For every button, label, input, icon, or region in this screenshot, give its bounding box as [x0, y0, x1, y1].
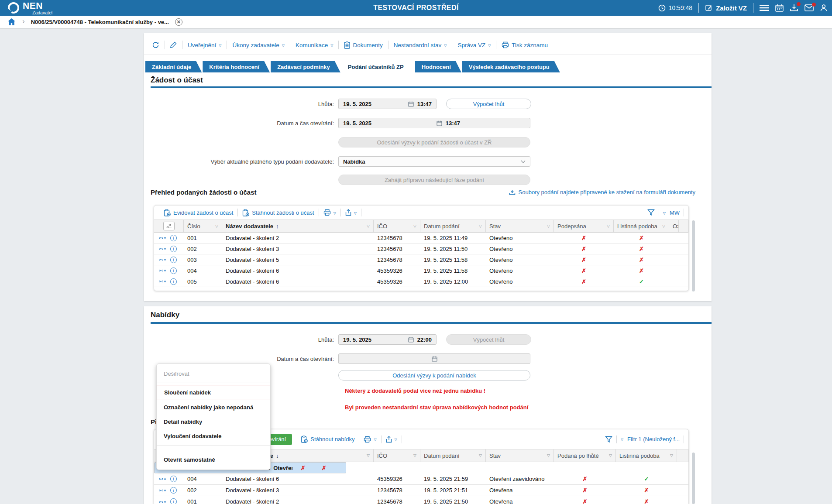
table-scrollbar[interactable] [692, 220, 695, 291]
calendar-small-icon[interactable] [432, 356, 437, 362]
filter-caret-icon[interactable]: ▽ [670, 453, 673, 458]
odeslani-vyzvy-nabidek-button[interactable]: Odeslání výzvy k podání nabídek [338, 370, 530, 381]
table-row[interactable]: i003Dodavatel - školení 51234567819. 5. … [154, 254, 688, 265]
row-menu-button[interactable] [158, 236, 167, 240]
filter-caret-icon[interactable]: ▽ [607, 224, 610, 228]
saved-filter-name[interactable]: Filtr 1 (Neuložený f... [627, 436, 680, 442]
menu-item-slou-en-nab-dek[interactable]: Sloučení nabídek [157, 385, 270, 400]
lhuta-input[interactable]: 19. 5. 2025 22:00 [338, 334, 437, 345]
table-row[interactable]: i004Dodavatel - školení 64535932619. 5. … [154, 265, 688, 276]
filter-caret-icon[interactable]: ▽ [479, 224, 482, 228]
filter-caret-icon[interactable]: ▽ [413, 224, 416, 228]
toolbar-item-tisk-z-znamu[interactable]: Tisk záznamu [496, 41, 553, 48]
table-action-st-hnout-nab-dky[interactable]: Stáhnout nabídky [296, 435, 359, 443]
menu-item-otev-t-samostatn-[interactable]: Otevřít samostatně [157, 453, 270, 467]
toolbar-item-nestandardn-stav[interactable]: Nestandardní stav▽ [388, 42, 452, 48]
menu-item-ozna-en-nab-dky-jako-nepodan-[interactable]: Označení nabídky jako nepodaná [157, 400, 270, 415]
table-action[interactable]: ▽ [382, 436, 402, 443]
info-icon[interactable]: i [170, 476, 177, 482]
tab-z-kladn-daje[interactable]: Základní údaje [145, 61, 202, 72]
user-button[interactable] [820, 4, 828, 12]
tab-pod-n-astn-k-zp[interactable]: Podání účastníků ZP [341, 61, 414, 72]
tab-hodnocen-[interactable]: Hodnocení [415, 61, 461, 72]
table-row[interactable]: i004Dodavatel - školení 64535932619. 5. … [154, 473, 688, 485]
info-icon[interactable]: i [170, 278, 177, 285]
soubory-podani-link[interactable]: Soubory podání najdete připravené ke sta… [509, 189, 695, 195]
column-header-listinn-podoba[interactable]: Listinná podoba▽ [614, 220, 669, 232]
column-header-listinn-podoba[interactable]: Listinná podoba▽ [616, 449, 677, 462]
typ-podani-select[interactable]: Nabídka [338, 156, 530, 167]
tab-zad-vac-podm-nky[interactable]: Zadávací podmínky [271, 61, 340, 72]
column-header-datum-pod-n-[interactable]: Datum podání▽ [420, 220, 486, 232]
oteviranie-input[interactable]: 19. 5. 2025 13:47 [338, 118, 530, 128]
table-row[interactable]: i002Dodavatel - školení 31234567819. 5. … [154, 485, 688, 496]
row-menu-button[interactable] [158, 500, 167, 504]
table-action[interactable]: ▽ [319, 209, 340, 216]
toolbar-item-uve-ejn-n-[interactable]: Uveřejnění▽ [182, 42, 227, 48]
filter-caret-icon[interactable]: ▽ [547, 224, 550, 228]
info-icon[interactable]: i [170, 235, 177, 241]
calendar-small-icon[interactable] [408, 101, 414, 107]
toolbar-item-dokumenty[interactable]: Dokumenty [339, 41, 388, 49]
table-scrollbar[interactable] [692, 453, 695, 504]
menu-item-detail-nab-dky[interactable]: Detail nabídky [157, 415, 270, 429]
table-row[interactable]: i001Dodavatel - školení 21234567819. 5. … [154, 496, 688, 504]
table-row[interactable]: i005Dodavatel - školení 64535932619. 5. … [154, 276, 688, 287]
column-header-i-o[interactable]: IČO▽ [374, 449, 420, 462]
calendar-small-icon[interactable] [437, 120, 442, 126]
lhuta-input[interactable]: 19. 5. 2025 13:47 [338, 99, 437, 109]
breadcrumb-item[interactable]: N006/25/V00004748 - Telekomunikační služ… [31, 19, 169, 25]
create-vz-button[interactable]: Založit VZ [705, 4, 747, 12]
table-row[interactable]: i002Dodavatel - školení 31234567819. 5. … [154, 243, 688, 254]
downloads-button[interactable] [790, 4, 798, 12]
table-row[interactable]: i001Dodavatel - školení 21234567819. 5. … [154, 233, 688, 243]
calendar-button[interactable] [775, 4, 784, 12]
row-menu-button[interactable] [158, 247, 167, 250]
info-icon[interactable]: i [170, 257, 177, 263]
saved-filter-name[interactable]: MW [670, 209, 680, 216]
menu-button[interactable] [760, 4, 769, 11]
tab-krit-ria-hodnocen-[interactable]: Kritéria hodnocení [203, 61, 270, 72]
oteviranie-input-empty[interactable] [338, 353, 530, 364]
row-menu-button[interactable] [158, 489, 167, 492]
column-header-podan-po-lh-t-[interactable]: Podaná po lhůtě▽ [554, 449, 616, 462]
table-action[interactable]: ▽ [341, 209, 361, 216]
filter-caret-icon[interactable]: ▽ [479, 453, 482, 458]
toolbar-item[interactable] [152, 41, 165, 49]
menu-item-vylou-en-dodavatele[interactable]: Vyloučení dodavatele [157, 429, 270, 443]
filter-caret-icon[interactable]: ▽ [367, 224, 370, 228]
table-action-st-hnout-dosti-o-ast[interactable]: Stáhnout žádosti o účast [238, 209, 318, 216]
calendar-small-icon[interactable] [408, 337, 414, 343]
filter-caret-icon[interactable]: ▽ [547, 453, 550, 458]
toolbar-item--kony-zadavatele[interactable]: Úkony zadavatele▽ [227, 42, 289, 48]
column-header-n-zev-dodavatele[interactable]: Název dodavatele↑▽ [222, 220, 374, 232]
toolbar-item-komunikace[interactable]: Komunikace▽ [290, 42, 338, 48]
info-icon[interactable]: i [170, 267, 177, 274]
column-header--slo[interactable]: Číslo▽ [184, 220, 222, 232]
column-header-i-o[interactable]: IČO▽ [374, 220, 420, 232]
table-action[interactable]: ▽ [359, 436, 381, 443]
vypocet-lhut-button[interactable]: Výpočet lhůt [446, 99, 531, 109]
filter-caret-icon[interactable]: ▽ [662, 224, 665, 228]
close-icon[interactable]: ✕ [175, 18, 182, 26]
filter-caret-icon[interactable]: ▽ [609, 453, 612, 458]
tab-v-sledek-zad-vac-ho-postupu[interactable]: Výsledek zadávacího postupu [462, 61, 560, 72]
filter-caret-icon[interactable]: ▽ [215, 224, 218, 228]
column-header[interactable] [154, 220, 184, 232]
info-icon[interactable]: i [170, 498, 177, 504]
column-header-stav[interactable]: Stav▽ [486, 220, 554, 232]
table-action-evidovat-dost-o-ast[interactable]: Evidovat žádost o účast [159, 209, 237, 216]
row-menu-button[interactable] [158, 269, 167, 272]
toolbar-item[interactable] [165, 41, 182, 48]
row-menu-button[interactable] [158, 477, 167, 481]
column-header-datum-pod-n-[interactable]: Datum podání▽ [420, 449, 486, 462]
filter-caret-icon[interactable]: ▽ [413, 453, 416, 458]
column-header-podeps-na[interactable]: Podepsána▽ [554, 220, 614, 232]
home-icon[interactable] [8, 18, 15, 25]
toolbar-item-spr-va-vz[interactable]: Správa VZ▽ [452, 42, 496, 48]
filter-caret-icon[interactable]: ▽ [367, 453, 370, 458]
messages-button[interactable] [804, 4, 814, 11]
column-settings-button[interactable] [163, 222, 175, 230]
row-menu-button[interactable] [158, 280, 167, 283]
info-icon[interactable]: i [170, 246, 177, 252]
